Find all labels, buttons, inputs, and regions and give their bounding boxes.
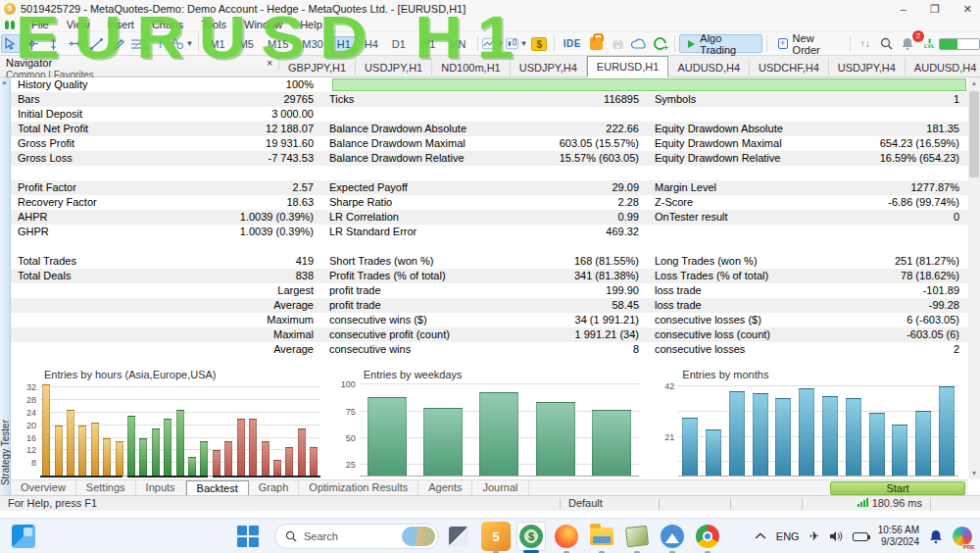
- minimize-button[interactable]: –: [901, 3, 906, 15]
- signals-icon[interactable]: ((•)): [608, 34, 627, 53]
- navigator-subtabs[interactable]: Common | Favorites: [6, 70, 270, 77]
- level-progress-fill: [940, 39, 957, 49]
- navigator-close-icon[interactable]: ×: [267, 58, 272, 69]
- horizontal-line-tool-icon[interactable]: [66, 34, 85, 53]
- taskbar-search[interactable]: Search: [274, 524, 439, 549]
- start-button-icon[interactable]: [237, 526, 259, 547]
- taskbar-app-metatrader5[interactable]: 5: [481, 522, 511, 551]
- bar: [139, 438, 147, 476]
- volume-icon[interactable]: [829, 530, 843, 542]
- taskbar-app-file-explorer[interactable]: [587, 522, 616, 551]
- language-indicator[interactable]: ENG: [776, 530, 800, 542]
- cursor-tool-icon[interactable]: [1, 34, 21, 53]
- crosshair-tool-icon[interactable]: [23, 34, 42, 53]
- chart-tab-audusd-h4[interactable]: AUDUSD,H4: [906, 58, 980, 77]
- stat-label: Short Trades (won %): [322, 254, 433, 269]
- new-order-button[interactable]: + New Order: [771, 34, 846, 53]
- scrollbar-thumb[interactable]: [969, 91, 979, 177]
- timeframe-m5[interactable]: M5: [233, 36, 260, 52]
- timeframe-m1[interactable]: M1: [204, 36, 230, 52]
- scroll-down-icon[interactable]: ▼: [968, 468, 980, 479]
- menu-item-help[interactable]: Help: [291, 19, 331, 30]
- copilot-preview-icon[interactable]: PRE: [953, 527, 972, 546]
- tester-tab-agents[interactable]: Agents: [418, 480, 472, 496]
- chart-tab-usdchf-h4[interactable]: USDCHF,H4: [750, 58, 829, 77]
- stat-value: 222.66: [606, 122, 648, 136]
- tester-close-icon[interactable]: ×: [2, 78, 7, 87]
- start-button[interactable]: Start: [830, 481, 965, 495]
- tester-tab-settings[interactable]: Settings: [76, 480, 136, 496]
- menu-item-view[interactable]: View: [58, 19, 99, 30]
- taskbar-app-chrome[interactable]: [693, 522, 722, 551]
- algo-trading-button[interactable]: Algo Trading: [679, 34, 761, 53]
- taskbar-app-metatester[interactable]: $: [516, 522, 546, 551]
- tester-tab-inputs[interactable]: Inputs: [136, 480, 186, 496]
- chart-tab-nd100m-h1[interactable]: ND100m,H1: [432, 58, 511, 77]
- vertical-line-tool-icon[interactable]: [44, 34, 64, 53]
- tray-chevron-up-icon[interactable]: [755, 532, 766, 540]
- tester-tab-optimization-results[interactable]: Optimization Results: [299, 480, 418, 496]
- cloud-icon[interactable]: [629, 34, 649, 53]
- menu-item-tools[interactable]: Tools: [192, 19, 235, 30]
- fibonacci-tool-icon[interactable]: [129, 34, 149, 53]
- trendline-tool-icon[interactable]: [86, 34, 106, 53]
- clock[interactable]: 10:56 AM9/3/2024: [878, 525, 919, 548]
- maximize-button[interactable]: ❐: [930, 3, 940, 16]
- chart-tab-usdjpy-h4[interactable]: USDJPY,H4: [511, 58, 587, 77]
- bar: [285, 447, 293, 476]
- dollar-icon[interactable]: $: [529, 34, 549, 53]
- close-button[interactable]: ✕: [963, 3, 972, 16]
- stats-cell-group: Bars29765: [11, 92, 322, 107]
- menu-item-insert[interactable]: Insert: [98, 19, 143, 30]
- tester-tab-backtest[interactable]: Backtest: [186, 480, 249, 496]
- timeframe-mn[interactable]: MN: [443, 36, 471, 52]
- chart-tab-gbpjpy-h1[interactable]: GBPJPY,H1: [279, 58, 356, 77]
- chart-tab-usdjpy-h1[interactable]: USDJPY,H1: [356, 58, 432, 77]
- menu-item-charts[interactable]: Charts: [143, 19, 192, 30]
- taskbar-app-firefox[interactable]: [552, 522, 581, 551]
- timeframe-d1[interactable]: D1: [386, 36, 412, 52]
- chart-title: Entries by weekdays: [364, 369, 463, 380]
- tester-tab-journal[interactable]: Journal: [472, 480, 528, 496]
- status-profile[interactable]: Default: [561, 496, 659, 512]
- timeframe-w1[interactable]: W1: [414, 36, 442, 52]
- notifications-bell-icon[interactable]: 2: [898, 34, 917, 53]
- battery-icon[interactable]: [853, 532, 868, 541]
- bar: [775, 398, 791, 476]
- chart-tab-audusd-h4[interactable]: AUDUSD,H4: [668, 58, 750, 77]
- tester-tab-graph[interactable]: Graph: [249, 480, 300, 496]
- channel-tool-icon[interactable]: [108, 34, 127, 53]
- stat-label: Margin Level: [648, 180, 716, 195]
- notification-center-bell-icon[interactable]: [929, 529, 943, 543]
- search-daily-image[interactable]: [402, 527, 435, 546]
- taskbar-app-dictionary[interactable]: [622, 522, 652, 551]
- candlestick-chart-type-icon[interactable]: ▼: [506, 34, 527, 53]
- airplane-mode-icon[interactable]: ✈: [809, 529, 819, 543]
- text-tool-icon[interactable]: T: [151, 34, 171, 53]
- line-chart-type-icon[interactable]: ▼: [482, 34, 504, 53]
- widgets-icon[interactable]: [12, 525, 35, 548]
- timeframe-h4[interactable]: H4: [359, 36, 384, 52]
- bar: [298, 428, 306, 476]
- community-globe-icon[interactable]: [651, 34, 670, 53]
- vertical-scrollbar[interactable]: ▲ ▼: [968, 77, 980, 479]
- trade-levels-icon[interactable]: ↑↓: [856, 34, 875, 53]
- stat-label: Balance Drawdown Absolute: [322, 122, 466, 136]
- menu-item-file[interactable]: File: [23, 19, 58, 30]
- timeframe-m30[interactable]: M30: [296, 36, 328, 52]
- bar: [42, 384, 50, 476]
- task-view-icon[interactable]: [449, 527, 468, 546]
- chart-tab-eurusd-h1[interactable]: EURUSD,H1: [587, 56, 669, 77]
- menu-item-window[interactable]: Window: [235, 19, 291, 30]
- market-lock-icon[interactable]: [586, 34, 606, 53]
- shapes-tool-icon[interactable]: ▼: [172, 34, 193, 53]
- timeframe-h1[interactable]: H1: [331, 36, 357, 52]
- ide-button[interactable]: IDE: [560, 34, 584, 53]
- chart-tab-usdjpy-h4[interactable]: USDJPY,H4: [829, 58, 906, 77]
- tester-tab-overview[interactable]: Overview: [11, 480, 76, 496]
- taskbar-app-vpn[interactable]: [658, 522, 687, 551]
- stat-value: 1 991.21 (34): [575, 327, 648, 342]
- timeframe-m15[interactable]: M15: [262, 36, 294, 52]
- search-icon[interactable]: [877, 34, 897, 53]
- scroll-up-icon[interactable]: ▲: [968, 77, 980, 89]
